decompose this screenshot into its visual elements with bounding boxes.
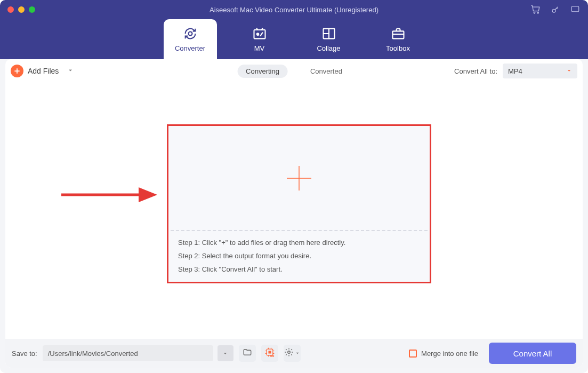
mv-icon [252, 26, 267, 41]
svg-rect-12 [268, 351, 271, 354]
folder-icon [243, 347, 252, 359]
status-tabs: Converting Converted [237, 65, 351, 78]
dropzone-highlight: Step 1: Click "+" to add files or drag t… [167, 124, 431, 283]
bottombar: Save to: /Users/link/Movies/Converted [5, 339, 583, 368]
save-to-path-input[interactable]: /Users/link/Movies/Converted [43, 345, 213, 361]
merge-label: Merge into one file [421, 350, 478, 358]
tab-toolbox[interactable]: Toolbox [372, 19, 425, 59]
save-to-label: Save to: [12, 350, 37, 358]
svg-point-14 [287, 351, 290, 354]
annotation-arrow [59, 184, 160, 208]
tab-collage[interactable]: Collage [302, 19, 356, 59]
svg-text:ON: ON [270, 354, 275, 358]
chip-on-icon: ON [264, 347, 275, 360]
selected-format: MP4 [508, 67, 522, 75]
gpu-accel-button[interactable]: ON [261, 345, 278, 362]
traffic-lights [7, 6, 35, 13]
nav-area: Converter MV [0, 19, 588, 59]
tab-converted[interactable]: Converted [302, 65, 351, 78]
step-text: Step 1: Click "+" to add files or drag t… [178, 239, 420, 247]
output-format-select[interactable]: MP4 [503, 64, 577, 78]
key-icon[interactable] [551, 5, 560, 14]
tab-label: Collage [317, 44, 340, 52]
svg-rect-8 [392, 31, 404, 38]
close-window-button[interactable] [7, 6, 14, 13]
merge-checkbox[interactable]: Merge into one file [409, 350, 478, 358]
svg-point-6 [256, 33, 259, 35]
save-to-path: /Users/link/Movies/Converted [48, 350, 138, 358]
toolbar: Add Files Converting Converted Convert A… [5, 59, 583, 83]
convert-all-to-label: Convert All to: [454, 67, 497, 75]
add-files-label: Add Files [28, 67, 59, 75]
convert-all-button[interactable]: Convert All [489, 343, 576, 364]
convert-all-label: Convert All [513, 349, 552, 358]
checkbox-icon [409, 350, 417, 358]
step-text: Step 3: Click "Convert All" to start. [178, 265, 420, 273]
svg-point-4 [188, 32, 192, 36]
chevron-down-icon [566, 67, 572, 75]
plus-icon [11, 65, 23, 77]
cart-icon[interactable] [530, 4, 541, 15]
svg-marker-10 [139, 187, 157, 202]
toolbox-icon [391, 26, 406, 41]
maximize-window-button[interactable] [29, 6, 35, 13]
collage-icon [321, 26, 336, 41]
minimize-window-button[interactable] [18, 6, 25, 13]
tab-label: MV [254, 44, 265, 52]
tab-label: Toolbox [386, 44, 410, 52]
large-plus-icon[interactable] [285, 164, 313, 193]
gear-icon [284, 347, 294, 359]
settings-button[interactable] [284, 345, 301, 362]
tab-label: Converter [175, 44, 205, 52]
add-files-button[interactable]: Add Files [11, 65, 74, 77]
tab-converter[interactable]: Converter [164, 19, 217, 59]
convert-icon [183, 26, 198, 41]
svg-point-2 [552, 9, 555, 12]
main-area: Step 1: Click "+" to add files or drag t… [5, 83, 583, 339]
feedback-icon[interactable] [570, 5, 581, 14]
save-to-dropdown[interactable] [218, 345, 233, 361]
tab-mv[interactable]: MV [233, 19, 286, 59]
svg-point-1 [537, 12, 539, 14]
svg-rect-5 [254, 30, 265, 38]
file-dropzone[interactable]: Step 1: Click "+" to add files or drag t… [168, 126, 430, 282]
chevron-down-icon [295, 348, 300, 358]
step-text: Step 2: Select the output format you des… [178, 252, 420, 260]
chevron-down-icon[interactable] [67, 67, 74, 75]
svg-point-0 [534, 12, 535, 14]
titlebar: Aiseesoft Mac Video Converter Ultimate (… [0, 0, 588, 19]
open-folder-button[interactable] [239, 345, 256, 362]
window-title: Aiseesoft Mac Video Converter Ultimate (… [210, 6, 378, 14]
tab-converting[interactable]: Converting [237, 65, 288, 78]
